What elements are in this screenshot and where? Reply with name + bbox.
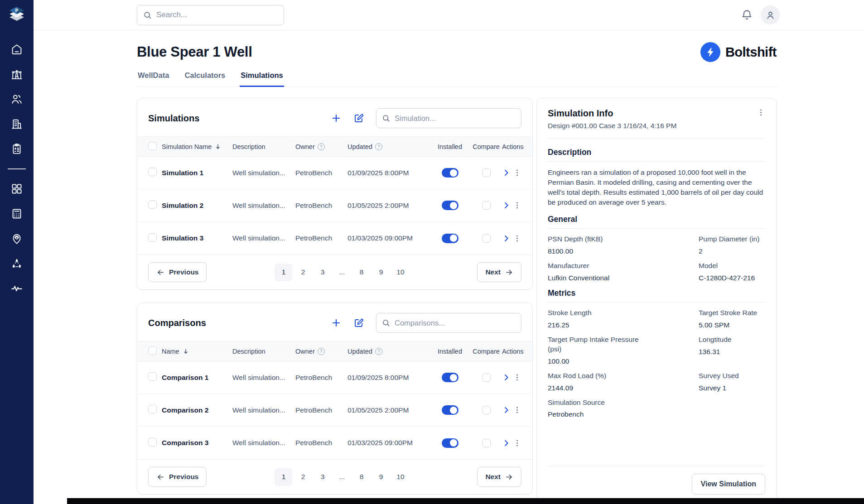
table-row: Comparison 2Well simulation...PetroBench…	[137, 394, 532, 427]
page-number-10[interactable]: 10	[391, 468, 409, 486]
select-all-checkbox[interactable]	[148, 142, 157, 150]
bell-icon[interactable]	[741, 9, 753, 21]
help-icon[interactable]: ?	[375, 348, 382, 355]
row-menu-icon[interactable]	[513, 234, 521, 243]
next-button[interactable]: Next	[477, 467, 521, 487]
row-updated: 01/03/2025 09:00PM	[348, 439, 430, 447]
page-number-9[interactable]: 9	[372, 264, 390, 281]
page-number-3[interactable]: 3	[314, 468, 331, 486]
field-value: Petrobench	[548, 410, 699, 418]
compare-checkbox[interactable]	[482, 234, 491, 243]
compare-checkbox[interactable]	[482, 201, 491, 210]
compare-checkbox[interactable]	[482, 406, 491, 414]
row-updated: 01/03/2025 09:00PM	[348, 234, 430, 242]
comparisons-search	[376, 313, 521, 333]
open-row-icon[interactable]	[502, 201, 511, 210]
column-name[interactable]: Name	[162, 348, 232, 355]
page-number-8[interactable]: 8	[352, 264, 370, 281]
grid-icon[interactable]	[10, 182, 24, 196]
row-checkbox[interactable]	[148, 200, 157, 209]
compare-checkbox[interactable]	[482, 373, 491, 382]
previous-button[interactable]: Previous	[148, 262, 207, 282]
row-checkbox[interactable]	[148, 438, 157, 446]
info-menu-icon[interactable]	[757, 108, 765, 117]
edit-simulations-button[interactable]	[353, 113, 364, 124]
compare-checkbox[interactable]	[482, 439, 491, 447]
open-row-icon[interactable]	[502, 234, 511, 243]
sort-desc-icon[interactable]	[214, 143, 222, 150]
installed-toggle[interactable]	[442, 438, 459, 448]
help-icon[interactable]: ?	[318, 348, 325, 355]
sort-desc-icon[interactable]	[182, 348, 189, 355]
page-number-9[interactable]: 9	[372, 468, 390, 486]
compare-checkbox[interactable]	[482, 168, 491, 177]
simulation-info-panel: Simulation Info Design #001.00 Case 3 1/…	[536, 98, 777, 504]
page-number-2[interactable]: 2	[294, 264, 312, 281]
calculator-icon[interactable]	[10, 207, 24, 221]
add-comparison-button[interactable]	[331, 317, 342, 328]
page-number-2[interactable]: 2	[294, 468, 312, 486]
droplets-icon[interactable]	[10, 257, 24, 270]
column-actions: Actions	[502, 348, 525, 355]
column-description: Description	[232, 143, 295, 150]
installed-toggle[interactable]	[442, 405, 459, 415]
edit-comparisons-button[interactable]	[353, 317, 364, 328]
search-input[interactable]	[137, 5, 284, 25]
column-installed: Installed	[430, 143, 470, 150]
tab-welldata[interactable]: WellData	[137, 67, 170, 86]
view-simulation-button[interactable]: View Simulation	[692, 474, 765, 494]
divider	[548, 228, 765, 229]
installed-toggle[interactable]	[442, 168, 459, 178]
open-row-icon[interactable]	[502, 406, 511, 414]
clipboard-icon[interactable]	[10, 142, 24, 156]
page-number-1[interactable]: 1	[275, 264, 292, 281]
arrow-left-icon	[156, 268, 165, 277]
row-checkbox[interactable]	[148, 168, 157, 176]
field-value: 100.00	[548, 357, 699, 365]
users-icon[interactable]	[10, 92, 24, 106]
tab-simulations[interactable]: Simulations	[240, 67, 284, 87]
installed-toggle[interactable]	[442, 234, 459, 243]
select-all-checkbox[interactable]	[148, 346, 157, 355]
column-name[interactable]: Simulation Name	[162, 143, 232, 150]
row-menu-icon[interactable]	[513, 201, 521, 210]
page-number-8[interactable]: 8	[352, 468, 370, 486]
open-row-icon[interactable]	[502, 439, 511, 447]
help-icon[interactable]: ?	[375, 143, 382, 150]
home-icon[interactable]	[10, 43, 24, 56]
page-number-10[interactable]: 10	[391, 264, 409, 281]
row-checkbox[interactable]	[148, 372, 157, 381]
page-number-3[interactable]: 3	[314, 264, 331, 281]
row-menu-icon[interactable]	[513, 406, 521, 414]
row-checkbox[interactable]	[148, 233, 157, 242]
table-row: Simulation 1Well simulation...PetroBench…	[137, 157, 532, 189]
tab-calculators[interactable]: Calculators	[183, 67, 226, 86]
derrick-icon[interactable]	[10, 67, 24, 81]
installed-toggle[interactable]	[442, 201, 459, 210]
activity-icon[interactable]	[10, 282, 24, 295]
map-pin-icon[interactable]	[10, 232, 24, 245]
page-number-1[interactable]: 1	[275, 468, 292, 486]
row-menu-icon[interactable]	[513, 168, 521, 177]
simulations-search-input[interactable]	[376, 108, 521, 128]
open-row-icon[interactable]	[502, 168, 511, 177]
next-button[interactable]: Next	[477, 262, 521, 282]
user-avatar[interactable]	[761, 5, 780, 24]
row-menu-icon[interactable]	[513, 439, 521, 447]
row-name: Simulation 3	[162, 234, 232, 242]
row-menu-icon[interactable]	[513, 373, 521, 382]
field-label: Target Stroke Rate	[699, 308, 765, 318]
building-icon[interactable]	[10, 117, 24, 131]
brand-logo: Boltshift	[700, 42, 777, 62]
comparisons-table-header: NameDescriptionOwner?Updated?InstalledCo…	[137, 341, 532, 361]
previous-button[interactable]: Previous	[148, 467, 207, 487]
installed-toggle[interactable]	[442, 373, 459, 382]
open-row-icon[interactable]	[502, 373, 511, 382]
comparisons-search-input[interactable]	[376, 313, 521, 333]
add-simulation-button[interactable]	[331, 113, 342, 124]
petrobench-logo[interactable]: P	[7, 6, 26, 26]
help-icon[interactable]: ?	[318, 143, 325, 150]
info-field: Target Pump Intake Pressure (psi)100.00	[548, 335, 699, 365]
field-label: PSN Depth (ftKB)	[548, 235, 645, 244]
row-checkbox[interactable]	[148, 405, 157, 413]
